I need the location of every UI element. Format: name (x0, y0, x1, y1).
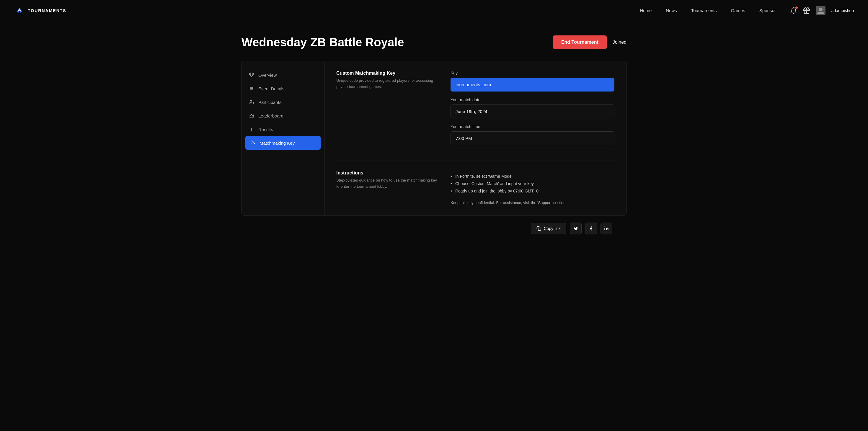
logo-icon (14, 7, 25, 14)
sidebar-participants-label: Participants (258, 100, 281, 105)
sidebar-item-results[interactable]: Results (242, 123, 324, 136)
time-label: Your match time (451, 124, 614, 129)
list-item: In Fortnite, select 'Game Mode' (451, 173, 614, 180)
sidebar-item-event-details[interactable]: Event Details (242, 82, 324, 95)
key-label: Key (451, 70, 614, 75)
notification-dot (795, 6, 798, 9)
panel-grid: Custom Matchmaking Key Unique code provi… (336, 70, 614, 151)
linkedin-icon (604, 226, 609, 231)
page-title: Wednesday ZB Battle Royale (242, 36, 404, 49)
instructions-title: Instructions (336, 170, 439, 176)
nav-link-games[interactable]: Games (731, 8, 745, 13)
key-input[interactable] (451, 78, 614, 92)
end-tournament-button[interactable]: End Tournament (553, 35, 607, 49)
avatar[interactable] (816, 6, 826, 16)
svg-point-18 (604, 227, 605, 227)
nav-username[interactable]: adambishop (831, 8, 854, 13)
sidebar-results-label: Results (258, 127, 273, 132)
time-input[interactable] (451, 131, 614, 145)
list-item: Choose 'Custom Match' and input your key (451, 180, 614, 187)
nav-right: adambishop (790, 6, 854, 16)
nav-link-home[interactable]: Home (640, 8, 652, 13)
svg-point-12 (251, 142, 253, 144)
facebook-icon (589, 226, 593, 231)
nav-link-tournaments[interactable]: Tournaments (691, 8, 717, 13)
page-header: Wednesday ZB Battle Royale End Tournamen… (242, 35, 626, 49)
list-item: Ready up and join the lobby by 07:00 GMT… (451, 187, 614, 195)
footer-actions: Copy link (242, 216, 626, 242)
date-label: Your match date (451, 97, 614, 102)
content-area: Overview Event Details (242, 61, 626, 216)
gift-icon[interactable] (803, 7, 810, 14)
users-icon (249, 99, 254, 105)
instruction-list: In Fortnite, select 'Game Mode' Choose '… (451, 173, 614, 195)
navbar: TOURNAMENTS Home News Tournaments Games … (0, 0, 868, 21)
nav-logo[interactable]: TOURNAMENTS (14, 7, 66, 14)
instructions-grid: Instructions Step-by-step guidance on ho… (336, 170, 614, 206)
nav-link-news[interactable]: News (666, 8, 677, 13)
chart-icon (249, 127, 254, 132)
sidebar-item-matchmaking-key[interactable]: Matchmaking Key (245, 136, 321, 150)
sidebar-item-overview[interactable]: Overview (242, 68, 324, 82)
right-column: Key Your match date Your match time (451, 70, 614, 151)
notification-bell-icon[interactable] (790, 7, 797, 14)
sidebar-item-participants[interactable]: Participants (242, 95, 324, 109)
sidebar-event-details-label: Event Details (258, 86, 284, 91)
svg-rect-17 (604, 228, 605, 230)
instructions-right: In Fortnite, select 'Game Mode' Choose '… (451, 170, 614, 206)
copy-icon (536, 226, 541, 231)
matchmaking-section-title: Custom Matchmaking Key (336, 70, 439, 76)
joined-badge: Joined (613, 39, 626, 45)
main-panel: Custom Matchmaking Key Unique code provi… (324, 61, 626, 215)
copy-link-label: Copy link (544, 226, 561, 231)
svg-point-8 (250, 100, 252, 102)
copy-link-button[interactable]: Copy link (531, 223, 566, 234)
sidebar-leaderboard-label: Leaderboard (258, 113, 283, 118)
linkedin-button[interactable] (600, 223, 612, 235)
header-actions: End Tournament Joined (553, 35, 626, 49)
left-column: Custom Matchmaking Key Unique code provi… (336, 70, 439, 151)
key-icon (250, 140, 255, 146)
sidebar: Overview Event Details (242, 61, 324, 215)
sidebar-matchmaking-label: Matchmaking Key (259, 141, 294, 146)
list-icon (249, 86, 254, 91)
sidebar-overview-label: Overview (258, 73, 277, 78)
facebook-button[interactable] (585, 223, 597, 235)
nav-link-sponsor[interactable]: Sponsor (760, 8, 776, 13)
instruction-note: Keep this key confidential. For assistan… (451, 200, 614, 206)
svg-point-2 (819, 8, 823, 11)
trophy-icon (249, 72, 254, 78)
matchmaking-section-desc: Unique code provided to registered playe… (336, 78, 439, 90)
crown-icon (249, 113, 254, 118)
nav-links: Home News Tournaments Games Sponsor (640, 8, 776, 13)
svg-rect-16 (538, 228, 541, 230)
twitter-icon (574, 226, 578, 231)
sidebar-item-leaderboard[interactable]: Leaderboard (242, 109, 324, 123)
date-input[interactable] (451, 104, 614, 118)
instructions-left: Instructions Step-by-step guidance on ho… (336, 170, 439, 206)
instructions-desc: Step-by-step guidance on how to use the … (336, 177, 439, 190)
logo-text: TOURNAMENTS (28, 8, 66, 13)
twitter-button[interactable] (570, 223, 582, 235)
main-content: Wednesday ZB Battle Royale End Tournamen… (227, 21, 641, 242)
